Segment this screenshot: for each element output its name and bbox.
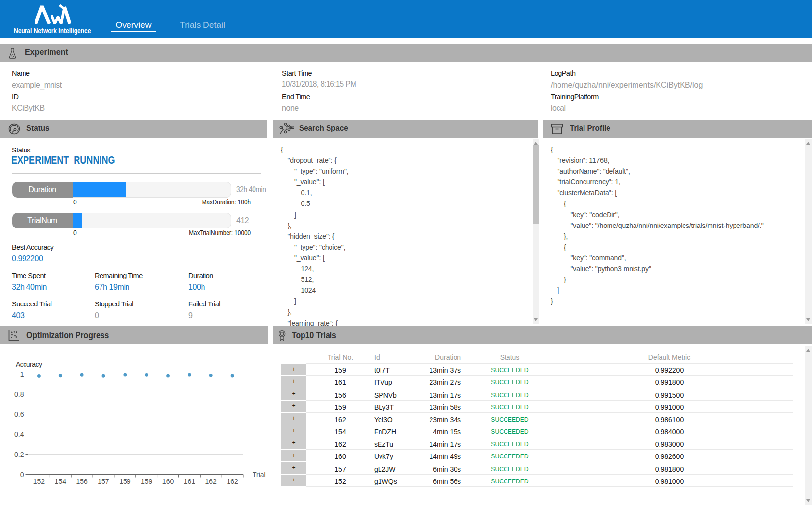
svg-text:Accuracy: Accuracy (16, 360, 42, 368)
svg-text:0.6: 0.6 (14, 410, 24, 418)
svg-text:159: 159 (141, 478, 152, 485)
svg-text:157: 157 (98, 478, 109, 485)
svg-text:156: 156 (76, 478, 88, 485)
svg-text:162: 162 (227, 478, 238, 485)
svg-text:154: 154 (55, 478, 67, 485)
svg-text:0: 0 (20, 471, 24, 479)
svg-text:161: 161 (184, 478, 196, 485)
svg-text:1: 1 (20, 370, 24, 378)
svg-text:0.4: 0.4 (14, 430, 24, 438)
svg-text:Trial: Trial (253, 471, 266, 479)
svg-text:162: 162 (205, 478, 217, 485)
svg-text:0.2: 0.2 (14, 451, 24, 458)
svg-text:159: 159 (119, 478, 131, 485)
svg-text:152: 152 (33, 478, 45, 485)
svg-text:0.8: 0.8 (14, 390, 24, 398)
svg-text:160: 160 (162, 478, 174, 485)
